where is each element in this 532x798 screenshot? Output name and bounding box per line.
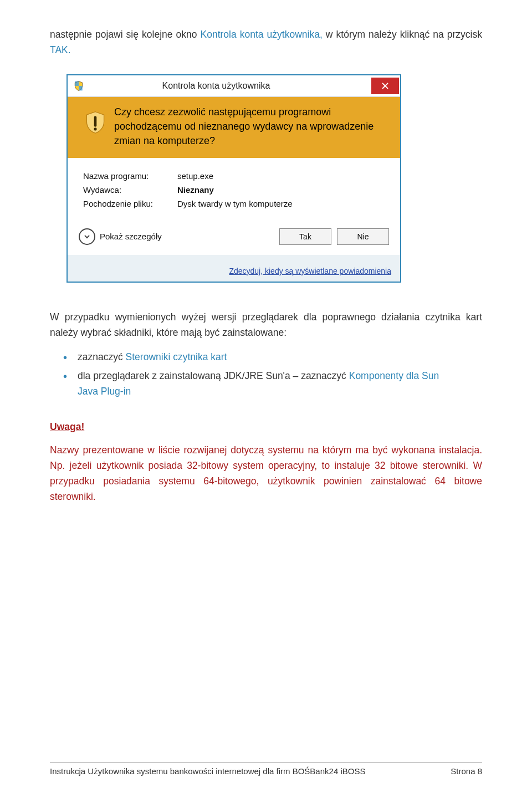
show-details-toggle[interactable]: Pokaż szczegóły [79, 228, 162, 245]
show-details-label: Pokaż szczegóły [100, 232, 162, 241]
publisher-label: Wydawca: [83, 185, 177, 195]
svg-point-5 [94, 127, 96, 130]
mid-paragraph: W przypadku wymienionych wyżej wersji pr… [50, 309, 482, 340]
dialog-title: Kontrola konta użytkownika [89, 81, 371, 91]
components-list: zaznaczyć Sterowniki czytnika kart dla p… [50, 349, 482, 399]
footer-doc-title: Instrukcja Użytkownika systemu bankowośc… [50, 766, 365, 776]
footer-separator [50, 763, 482, 763]
list-item: dla przeglądarek z zainstalowaną JDK/JRE… [63, 368, 482, 399]
text: następnie pojawi się kolejne okno [50, 29, 201, 40]
file-origin-label: Pochodzenie pliku: [83, 199, 177, 208]
dialog-titlebar: Kontrola konta użytkownika [68, 75, 400, 97]
no-button[interactable]: Nie [337, 228, 389, 245]
file-origin-value: Dysk twardy w tym komputerze [177, 199, 293, 208]
dialog-body: Nazwa programu: setup.exe Wydawca: Niezn… [68, 158, 400, 223]
text: w którym należy kliknąć na przycisk [323, 29, 482, 40]
highlight: Kontrola konta użytkownika, [201, 29, 323, 40]
close-button[interactable] [371, 78, 399, 94]
program-name-label: Nazwa programu: [83, 171, 177, 181]
intro-paragraph: następnie pojawi się kolejne okno Kontro… [50, 27, 482, 58]
warning-body: Nazwy prezentowane w liście rozwijanej d… [50, 442, 482, 504]
program-name-value: setup.exe [177, 171, 213, 181]
dialog-banner: Czy chcesz zezwolić następującemu progra… [68, 97, 400, 158]
page-footer: Instrukcja Użytkownika systemu bankowośc… [50, 763, 482, 776]
highlight: Sterowniki czytnika kart [126, 351, 227, 362]
highlight: TAK. [50, 44, 71, 55]
publisher-value: Nieznany [177, 185, 214, 195]
highlight: Java Plug-in [78, 386, 131, 397]
dialog-actions: Pokaż szczegóły Tak Nie [68, 223, 400, 262]
warning-title: Uwaga! [50, 421, 482, 433]
text: dla przeglądarek z zainstalowaną JDK/JRE… [78, 370, 349, 381]
list-item: zaznaczyć Sterowniki czytnika kart [63, 349, 482, 365]
highlight: Komponenty dla Sun [349, 370, 439, 381]
chevron-down-icon [79, 228, 95, 245]
close-icon [382, 83, 388, 89]
shield-icon [73, 80, 84, 91]
footer-page-number: Strona 8 [451, 766, 482, 776]
notification-settings-link[interactable]: Zdecyduj, kiedy są wyświetlane powiadomi… [229, 267, 391, 275]
svg-rect-1 [79, 86, 83, 90]
dialog-question: Czy chcesz zezwolić następującemu progra… [112, 105, 389, 148]
warning-shield-icon [83, 110, 108, 135]
dialog-footer: Zdecyduj, kiedy są wyświetlane powiadomi… [68, 262, 400, 282]
uac-dialog: Kontrola konta użytkownika Czy chcesz ze… [66, 74, 401, 283]
text: zaznaczyć [78, 351, 126, 362]
yes-button[interactable]: Tak [279, 228, 331, 245]
